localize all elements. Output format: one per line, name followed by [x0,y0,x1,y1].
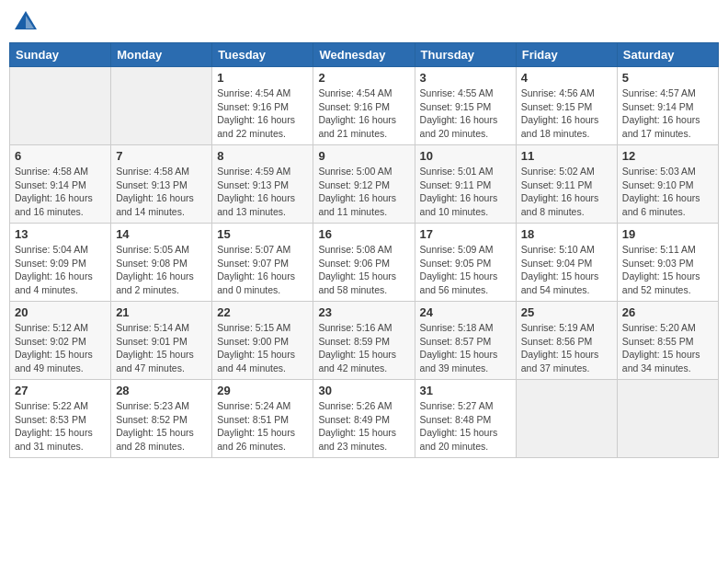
calendar-cell [617,380,718,458]
sunset-text: Sunset: 8:53 PM [15,414,86,425]
daylight-text: Daylight: 15 hours and 56 minutes. [420,270,498,295]
daylight-text: Daylight: 16 hours and 21 minutes. [318,114,396,139]
sunset-text: Sunset: 9:00 PM [217,336,289,347]
daylight-text: Daylight: 15 hours and 49 minutes. [15,349,93,373]
day-info: Sunrise: 5:11 AM Sunset: 9:03 PM Dayligh… [622,243,713,297]
day-number: 3 [420,71,511,85]
day-number: 11 [521,149,612,163]
daylight-text: Daylight: 16 hours and 11 minutes. [318,192,396,217]
calendar-cell: 9 Sunrise: 5:00 AM Sunset: 9:12 PM Dayli… [313,145,415,224]
day-header-wednesday: Wednesday [313,43,415,67]
day-number: 8 [217,149,308,163]
day-number: 24 [420,305,511,319]
day-info: Sunrise: 5:08 AM Sunset: 9:06 PM Dayligh… [318,243,409,297]
calendar-cell: 15 Sunrise: 5:07 AM Sunset: 9:07 PM Dayl… [212,224,313,302]
day-header-saturday: Saturday [617,43,718,67]
sunset-text: Sunset: 9:04 PM [521,258,593,269]
sunset-text: Sunset: 9:16 PM [318,101,390,112]
daylight-text: Daylight: 16 hours and 8 minutes. [521,192,599,217]
daylight-text: Daylight: 15 hours and 42 minutes. [318,349,396,373]
daylight-text: Daylight: 16 hours and 16 minutes. [15,192,93,217]
sunset-text: Sunset: 9:12 PM [318,179,390,190]
sunset-text: Sunset: 9:01 PM [116,336,188,347]
day-info: Sunrise: 5:02 AM Sunset: 9:11 PM Dayligh… [521,165,612,219]
week-row-2: 6 Sunrise: 4:58 AM Sunset: 9:14 PM Dayli… [10,145,719,224]
calendar-cell: 14 Sunrise: 5:05 AM Sunset: 9:08 PM Dayl… [111,224,212,302]
day-info: Sunrise: 5:03 AM Sunset: 9:10 PM Dayligh… [622,165,713,219]
sunset-text: Sunset: 9:11 PM [521,179,593,190]
week-row-4: 20 Sunrise: 5:12 AM Sunset: 9:02 PM Dayl… [10,302,719,380]
sunrise-text: Sunrise: 4:54 AM [318,87,392,98]
day-info: Sunrise: 5:04 AM Sunset: 9:09 PM Dayligh… [15,243,106,297]
day-number: 26 [622,305,713,319]
sunset-text: Sunset: 9:15 PM [420,101,492,112]
sunrise-text: Sunrise: 5:19 AM [521,322,595,333]
day-number: 16 [318,227,409,241]
daylight-text: Daylight: 15 hours and 20 minutes. [420,427,498,452]
sunrise-text: Sunrise: 5:10 AM [521,244,595,255]
day-number: 23 [318,305,409,319]
calendar-cell: 12 Sunrise: 5:03 AM Sunset: 9:10 PM Dayl… [617,145,718,224]
sunrise-text: Sunrise: 5:11 AM [622,244,696,255]
day-number: 21 [116,305,207,319]
sunrise-text: Sunrise: 5:16 AM [318,322,392,333]
daylight-text: Daylight: 15 hours and 54 minutes. [521,270,599,295]
sunrise-text: Sunrise: 5:01 AM [420,166,494,177]
calendar-cell: 27 Sunrise: 5:22 AM Sunset: 8:53 PM Dayl… [10,380,111,458]
calendar-cell: 31 Sunrise: 5:27 AM Sunset: 8:48 PM Dayl… [415,380,516,458]
daylight-text: Daylight: 15 hours and 28 minutes. [116,427,194,452]
sunrise-text: Sunrise: 4:59 AM [217,166,290,177]
sunrise-text: Sunrise: 5:07 AM [217,244,290,255]
calendar-cell: 20 Sunrise: 5:12 AM Sunset: 9:02 PM Dayl… [10,302,111,380]
calendar-cell: 2 Sunrise: 4:54 AM Sunset: 9:16 PM Dayli… [313,67,415,145]
calendar-cell [111,67,212,145]
daylight-text: Daylight: 15 hours and 23 minutes. [318,427,396,452]
day-number: 22 [217,305,308,319]
sunset-text: Sunset: 9:07 PM [217,258,289,269]
day-number: 9 [318,149,409,163]
sunrise-text: Sunrise: 5:20 AM [622,322,696,333]
calendar-cell: 13 Sunrise: 5:04 AM Sunset: 9:09 PM Dayl… [10,224,111,302]
sunset-text: Sunset: 9:15 PM [521,101,593,112]
sunrise-text: Sunrise: 5:18 AM [420,322,494,333]
day-info: Sunrise: 5:14 AM Sunset: 9:01 PM Dayligh… [116,321,207,375]
sunrise-text: Sunrise: 5:23 AM [116,400,189,411]
sunrise-text: Sunrise: 4:54 AM [217,87,290,98]
calendar-cell [516,380,617,458]
day-info: Sunrise: 5:20 AM Sunset: 8:55 PM Dayligh… [622,321,713,375]
day-info: Sunrise: 5:10 AM Sunset: 9:04 PM Dayligh… [521,243,612,297]
daylight-text: Daylight: 15 hours and 44 minutes. [217,349,295,373]
sunrise-text: Sunrise: 5:09 AM [420,244,494,255]
calendar-cell: 5 Sunrise: 4:57 AM Sunset: 9:14 PM Dayli… [617,67,718,145]
sunrise-text: Sunrise: 5:00 AM [318,166,392,177]
daylight-text: Daylight: 15 hours and 58 minutes. [318,270,396,295]
day-info: Sunrise: 5:19 AM Sunset: 8:56 PM Dayligh… [521,321,612,375]
day-info: Sunrise: 4:58 AM Sunset: 9:14 PM Dayligh… [15,165,106,219]
sunrise-text: Sunrise: 5:08 AM [318,244,392,255]
sunrise-text: Sunrise: 5:12 AM [15,322,88,333]
calendar-cell: 8 Sunrise: 4:59 AM Sunset: 9:13 PM Dayli… [212,145,313,224]
calendar-header-row: SundayMondayTuesdayWednesdayThursdayFrid… [10,43,719,67]
calendar-cell: 4 Sunrise: 4:56 AM Sunset: 9:15 PM Dayli… [516,67,617,145]
day-info: Sunrise: 5:24 AM Sunset: 8:51 PM Dayligh… [217,399,308,454]
sunrise-text: Sunrise: 4:55 AM [420,87,494,98]
sunset-text: Sunset: 9:14 PM [15,179,86,190]
daylight-text: Daylight: 16 hours and 13 minutes. [217,192,295,217]
calendar-cell: 6 Sunrise: 4:58 AM Sunset: 9:14 PM Dayli… [10,145,111,224]
calendar-cell: 3 Sunrise: 4:55 AM Sunset: 9:15 PM Dayli… [415,67,516,145]
sunrise-text: Sunrise: 5:24 AM [217,400,290,411]
day-info: Sunrise: 5:27 AM Sunset: 8:48 PM Dayligh… [420,399,511,454]
daylight-text: Daylight: 15 hours and 52 minutes. [622,270,700,295]
sunset-text: Sunset: 9:11 PM [420,179,492,190]
daylight-text: Daylight: 16 hours and 22 minutes. [217,114,295,139]
sunrise-text: Sunrise: 5:22 AM [15,400,88,411]
sunset-text: Sunset: 8:57 PM [420,336,492,347]
day-info: Sunrise: 4:55 AM Sunset: 9:15 PM Dayligh… [420,86,511,141]
day-number: 14 [116,227,207,241]
sunrise-text: Sunrise: 5:02 AM [521,166,595,177]
day-info: Sunrise: 4:57 AM Sunset: 9:14 PM Dayligh… [622,86,713,141]
calendar-cell: 11 Sunrise: 5:02 AM Sunset: 9:11 PM Dayl… [516,145,617,224]
day-number: 10 [420,149,511,163]
sunset-text: Sunset: 9:02 PM [15,336,86,347]
day-info: Sunrise: 4:54 AM Sunset: 9:16 PM Dayligh… [318,86,409,141]
